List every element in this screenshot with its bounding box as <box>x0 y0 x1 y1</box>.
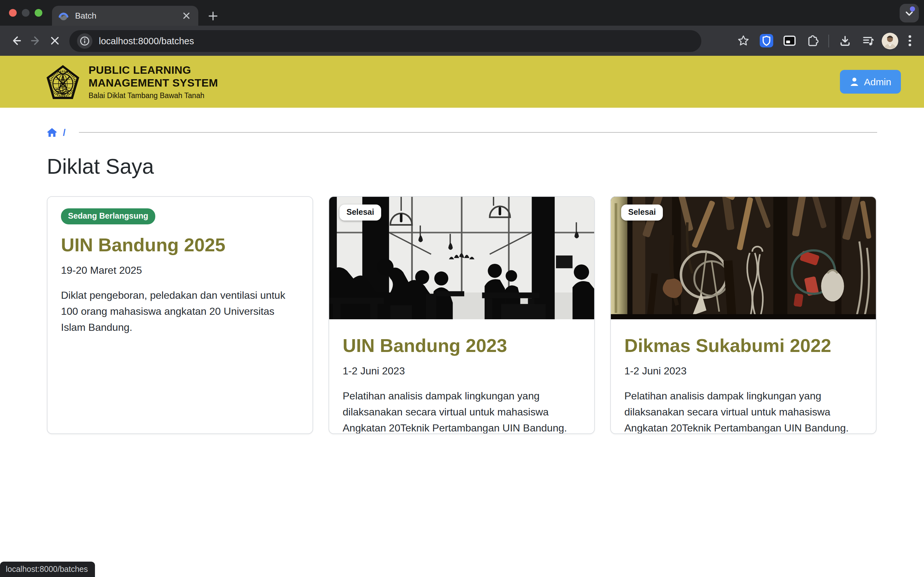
url-address-bar[interactable]: localhost:8000/batches <box>69 30 701 52</box>
breadcrumb-rule <box>79 132 877 132</box>
tab-search-button[interactable] <box>900 4 919 23</box>
brand: PUBLIC LEARNING MANAGEMENT SYSTEM Balai … <box>46 64 218 99</box>
minimize-window-button[interactable] <box>22 9 29 17</box>
url-text[interactable]: localhost:8000/batches <box>99 35 194 46</box>
home-icon[interactable] <box>47 127 57 137</box>
new-tab-button[interactable] <box>205 8 221 24</box>
brand-title-line2: MANAGEMENT SYSTEM <box>89 77 218 90</box>
card-image: Selesai <box>329 197 594 319</box>
traffic-lights <box>9 9 42 17</box>
browser-menu-icon[interactable] <box>902 31 918 50</box>
brand-subtitle: Balai Diklat Tambang Bawah Tanah <box>89 92 218 99</box>
status-url-tooltip: localhost:8000/batches <box>0 562 95 577</box>
toolbar-right-icons <box>733 31 918 50</box>
tab-title: Batch <box>75 11 180 21</box>
page-title: Diklat Saya <box>47 155 877 179</box>
card-date: 1-2 Juni 2023 <box>342 366 581 377</box>
card-description: Pelatihan analisis dampak lingkungan yan… <box>342 388 581 434</box>
batch-card-list: Sedang Berlangsung UIN Bandung 2025 19-2… <box>47 196 877 434</box>
card-image: Selesai <box>611 197 876 319</box>
tab-favicon-globe-icon <box>58 11 69 21</box>
downloads-icon[interactable] <box>835 31 855 50</box>
forward-icon[interactable] <box>26 31 45 50</box>
batch-card-uin-bandung-2023[interactable]: Selesai <box>328 196 595 434</box>
bitwarden-extension-icon[interactable] <box>756 31 776 50</box>
batch-card-dikmas-sukabumi-2022[interactable]: Selesai <box>610 196 877 434</box>
card-title: UIN Bandung 2023 <box>342 335 581 357</box>
back-icon[interactable] <box>6 31 26 50</box>
status-badge: Selesai <box>339 205 381 221</box>
admin-button-label: Admin <box>864 76 891 87</box>
admin-button[interactable]: Admin <box>840 70 901 93</box>
page-content: / Diklat Saya Sedang Berlangsung UIN Ban… <box>0 127 924 434</box>
tab-close-icon[interactable] <box>180 10 192 21</box>
person-icon <box>850 77 859 87</box>
site-info-icon[interactable] <box>77 33 92 48</box>
card-title: UIN Bandung 2025 <box>61 234 299 256</box>
breadcrumb: / <box>47 127 877 137</box>
bookmark-star-icon[interactable] <box>733 31 753 50</box>
card-date: 1-2 Juni 2023 <box>624 366 863 377</box>
media-controls-icon[interactable] <box>859 31 878 50</box>
extensions-puzzle-icon[interactable] <box>803 31 822 50</box>
browser-window: Batch <box>0 0 924 577</box>
status-badge: Sedang Berlangsung <box>61 208 155 224</box>
picture-in-picture-icon[interactable] <box>780 31 799 50</box>
card-title: Dikmas Sukabumi 2022 <box>624 335 863 357</box>
tab-strip: Batch <box>0 0 924 26</box>
stop-loading-icon[interactable] <box>45 31 64 50</box>
batch-card-uin-bandung-2025[interactable]: Sedang Berlangsung UIN Bandung 2025 19-2… <box>47 196 313 434</box>
status-badge: Selesai <box>621 205 663 221</box>
card-description: Diklat pengeboran, peledakan dan ventila… <box>61 287 299 335</box>
profile-avatar[interactable] <box>882 32 898 49</box>
card-date: 19-20 Maret 2025 <box>61 265 299 276</box>
site-header: PUBLIC LEARNING MANAGEMENT SYSTEM Balai … <box>0 56 924 108</box>
close-window-button[interactable] <box>9 9 17 17</box>
card-description: Pelatihan analisis dampak lingkungan yan… <box>624 388 863 434</box>
browser-toolbar: localhost:8000/batches <box>0 26 924 56</box>
browser-tab[interactable]: Batch <box>52 6 198 26</box>
update-notification-dot <box>910 6 915 11</box>
fullscreen-window-button[interactable] <box>35 9 42 17</box>
esdm-logo <box>46 64 79 99</box>
breadcrumb-separator: / <box>63 127 65 137</box>
toolbar-divider <box>829 34 829 47</box>
brand-title-line1: PUBLIC LEARNING <box>89 64 218 77</box>
